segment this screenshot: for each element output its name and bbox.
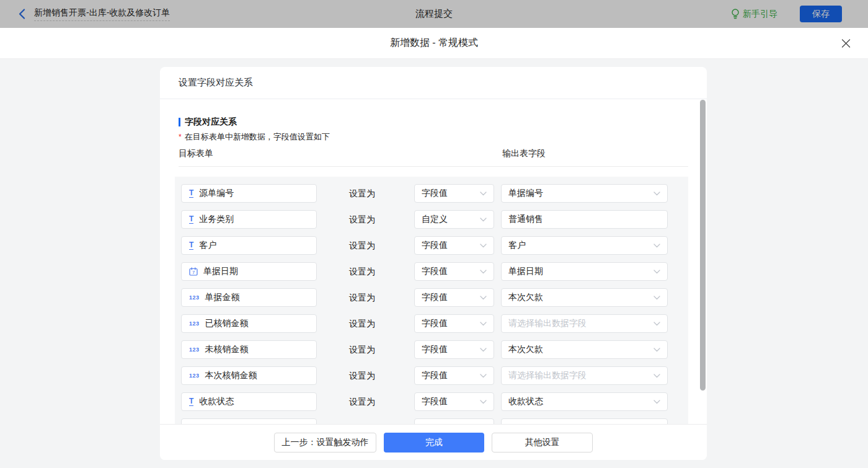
mode-select[interactable]: 字段值	[414, 236, 494, 255]
scrollbar-thumb[interactable]	[700, 100, 706, 391]
output-field-select[interactable]: 客户	[501, 236, 668, 255]
set-as-label: 设置为	[349, 340, 375, 359]
field-mapping-row: T 客户 设置为 字段值 客户	[175, 236, 688, 255]
topbar: 新增销售开票-出库-收款及修改订单 流程提交 新手引导 保存	[0, 0, 868, 28]
text-field-icon: T	[189, 397, 193, 406]
chevron-down-icon	[480, 348, 487, 352]
target-field-box	[181, 418, 317, 424]
target-field-label: 源单编号	[199, 188, 234, 199]
output-field-input[interactable]	[501, 418, 668, 424]
number-field-icon: 123	[189, 320, 200, 327]
mode-select[interactable]: 字段值	[414, 262, 494, 281]
field-mapping-row	[175, 418, 688, 424]
target-field-box: 7 单据日期	[181, 262, 317, 281]
target-field-box: 123 单据金额	[181, 288, 317, 307]
set-as-label: 设置为	[349, 262, 375, 281]
output-field-select[interactable]: 本次欠款	[501, 340, 668, 359]
target-field-label: 客户	[199, 240, 216, 251]
field-mapping-row: 123 单据金额 设置为 字段值 本次欠款	[175, 288, 688, 307]
chevron-down-icon	[653, 244, 660, 248]
mode-select[interactable]: 自定义	[414, 210, 494, 229]
target-field-label: 单据日期	[203, 266, 238, 277]
column-divider	[179, 166, 688, 167]
required-asterisk: *	[179, 133, 182, 141]
back-button[interactable]	[16, 6, 28, 22]
field-mapping-row: 123 已核销金额 设置为 字段值 请选择输出数据字段	[175, 314, 688, 333]
modal-title: 新增数据 - 常规模式	[390, 37, 478, 50]
chevron-down-icon	[480, 400, 487, 404]
section-note: *在目标表单中新增数据，字段值设置如下	[179, 131, 330, 143]
chevron-down-icon	[480, 244, 487, 248]
set-as-label: 设置为	[349, 314, 375, 333]
chevron-down-icon	[480, 374, 487, 378]
mode-select[interactable]: 字段值	[414, 340, 494, 359]
mode-select[interactable]: 字段值	[414, 314, 494, 333]
section-note-text: 在目标表单中新增数据，字段值设置如下	[185, 132, 330, 141]
column-header-target-form: 目标表单	[179, 148, 213, 159]
set-as-label: 设置为	[349, 288, 375, 307]
field-mapping-row: 7 单据日期 设置为 字段值 单据日期	[175, 262, 688, 281]
number-field-icon: 123	[189, 373, 200, 379]
section-title: 字段对应关系	[185, 117, 237, 128]
modal-body: 设置字段对应关系 字段对应关系 *在目标表单中新增数据，字段值设置如下 目标表单…	[0, 59, 868, 468]
text-field-icon: T	[189, 215, 193, 224]
output-field-select[interactable]: 单据编号	[501, 184, 668, 203]
chevron-down-icon	[653, 374, 660, 378]
chevron-down-icon	[480, 296, 487, 300]
set-as-label: 设置为	[349, 236, 375, 255]
number-field-icon: 123	[189, 347, 200, 353]
chevron-down-icon	[480, 218, 487, 222]
chevron-left-icon	[19, 9, 25, 19]
chevron-down-icon	[480, 192, 487, 196]
prev-step-button[interactable]: 上一步：设置触发动作	[274, 433, 376, 453]
target-field-box: 123 已核销金额	[181, 314, 317, 333]
set-as-label: 设置为	[349, 210, 375, 229]
beginner-guide-link[interactable]: 新手引导	[731, 9, 777, 20]
other-settings-button[interactable]: 其他设置	[492, 433, 593, 453]
svg-text:7: 7	[192, 270, 195, 275]
mode-select[interactable]: 字段值	[414, 184, 494, 203]
output-field-select[interactable]: 收款状态	[501, 392, 668, 411]
target-field-box: 123 未核销金额	[181, 340, 317, 359]
target-field-label: 已核销金额	[205, 318, 249, 329]
chevron-down-icon	[653, 296, 660, 300]
target-field-label: 业务类别	[199, 214, 234, 225]
number-field-icon: 123	[189, 294, 200, 301]
section-marker	[179, 118, 180, 126]
done-button[interactable]: 完成	[384, 433, 484, 453]
field-mapping-row: 123 本次核销金额 设置为 字段值 请选择输出数据字段	[175, 366, 688, 385]
target-field-box: T 业务类别	[181, 210, 317, 229]
mode-select[interactable]	[414, 418, 494, 424]
close-button[interactable]	[840, 37, 852, 49]
lightbulb-icon	[731, 9, 740, 19]
chevron-down-icon	[480, 270, 487, 274]
card-footer: 上一步：设置触发动作 完成 其他设置	[160, 424, 707, 460]
field-mapping-row: T 业务类别 设置为 自定义 普通销售	[175, 210, 688, 229]
save-button[interactable]: 保存	[800, 6, 842, 22]
output-field-select[interactable]: 本次欠款	[501, 288, 668, 307]
mode-select[interactable]: 字段值	[414, 288, 494, 307]
output-field-input[interactable]: 普通销售	[501, 210, 668, 229]
field-mapping-row: T 源单编号 设置为 字段值 单据编号	[175, 184, 688, 203]
target-field-box: T 源单编号	[181, 184, 317, 203]
chevron-down-icon	[653, 270, 660, 274]
modal-header: 新增数据 - 常规模式	[0, 28, 868, 59]
field-mapping-row: 123 未核销金额 设置为 字段值 本次欠款	[175, 340, 688, 359]
mode-select[interactable]: 字段值	[414, 392, 494, 411]
chevron-down-icon	[653, 192, 660, 196]
output-field-select[interactable]: 请选择输出数据字段	[501, 314, 668, 333]
field-mapping-row: T 收款状态 设置为 字段值 收款状态	[175, 392, 688, 411]
target-field-label: 单据金额	[205, 292, 240, 303]
mode-select[interactable]: 字段值	[414, 366, 494, 385]
target-field-box: T 客户	[181, 236, 317, 255]
card-content: 字段对应关系 *在目标表单中新增数据，字段值设置如下 目标表单 输出表字段 T …	[160, 99, 707, 424]
field-mapping-list: T 源单编号 设置为 字段值 单据编号 T 业务类别 设置为 自定义	[175, 177, 688, 424]
output-field-select[interactable]: 单据日期	[501, 262, 668, 281]
target-field-box: 123 本次核销金额	[181, 366, 317, 385]
output-field-select[interactable]: 请选择输出数据字段	[501, 366, 668, 385]
flow-submit-title: 流程提交	[415, 8, 453, 20]
chevron-down-icon	[653, 400, 660, 404]
field-mapping-card: 设置字段对应关系 字段对应关系 *在目标表单中新增数据，字段值设置如下 目标表单…	[160, 67, 707, 460]
set-as-label: 设置为	[349, 366, 375, 385]
workflow-title[interactable]: 新增销售开票-出库-收款及修改订单	[34, 7, 170, 21]
